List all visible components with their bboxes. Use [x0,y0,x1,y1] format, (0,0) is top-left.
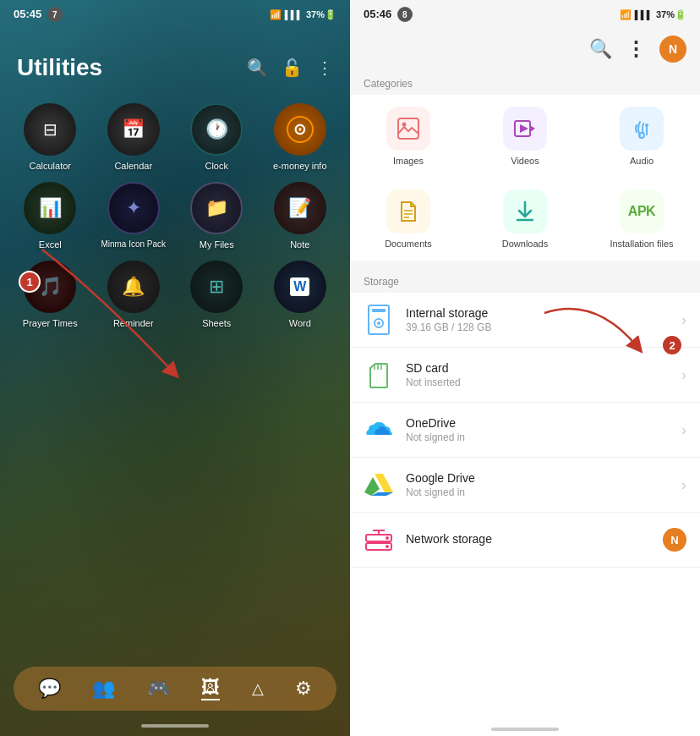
category-videos[interactable]: Videos [467,95,583,178]
categories-grid: Images Videos Aud [350,95,700,261]
status-time-left: 05:45 7 [14,7,63,22]
dock-games[interactable]: 🎮 [147,678,170,700]
app-calendar[interactable]: 📅 Calendar [97,103,171,172]
sdcard-icon [367,361,391,388]
app-clock[interactable]: 🕐 Clock [180,103,254,172]
more-button[interactable]: ⋮ [626,37,646,61]
dock-messages[interactable]: 💬 [38,678,61,700]
step2-badge: 2 [661,334,683,356]
network-storage-icon [364,528,393,552]
app-myfiles[interactable]: 📁 My Files [180,182,254,250]
status-bar-left: 05:45 7 📶 ▌▌▌ 37%🔋 [0,0,350,29]
wifi-icon-right: 📶 [620,9,632,20]
search-button[interactable]: 🔍 [589,38,612,60]
downloads-icon [513,200,537,223]
right-header: 🔍 ⋮ N [350,29,700,69]
googledrive-icon [364,472,393,497]
category-installation[interactable]: APK Installation files [583,178,700,261]
home-indicator-left [141,724,209,728]
utilities-action-icons: 🔍 🔓 ⋮ [247,58,333,78]
status-bar-right: 05:46 8 📶 ▌▌▌ 37%🔋 [350,0,700,29]
app-minma[interactable]: ✦ Minma Icon Pack [97,182,171,250]
storage-section: Internal storage 39.16 GB / 128 GB › SD … [350,293,700,722]
status-icons-left: 📶 ▌▌▌ 37%🔋 [270,9,336,20]
right-panel: 05:46 8 📶 ▌▌▌ 37%🔋 🔍 ⋮ N Categories Imag… [350,0,700,736]
chevron-right-sdcard: › [681,366,686,384]
chevron-right-googledrive: › [681,476,686,494]
notification-badge-left: 7 [47,7,63,22]
app-note[interactable]: 📝 Note [264,182,337,250]
svg-marker-5 [520,124,528,133]
app-grid: ⊟ Calculator 📅 Calendar 🕐 Clock ⊙ e-mone… [0,95,350,338]
notification-badge-right: 8 [397,7,413,22]
svg-point-8 [639,133,644,138]
search-icon[interactable]: 🔍 [247,58,268,78]
battery-left: 37%🔋 [306,9,336,20]
storage-sdcard[interactable]: SD card Not inserted › [350,348,700,403]
audio-icon [630,117,654,140]
svg-point-17 [377,321,380,325]
storage-internal[interactable]: Internal storage 39.16 GB / 128 GB › [350,293,700,348]
network-n-badge: N [663,528,686,552]
categories-label: Categories [350,69,700,95]
chevron-right-internal: › [681,311,686,329]
svg-rect-15 [372,309,386,312]
svg-rect-1 [398,118,418,139]
app-emoney[interactable]: ⊙ e-money info [264,103,337,172]
category-documents[interactable]: Documents [350,178,467,261]
storage-label: Storage [350,267,700,293]
storage-onedrive[interactable]: OneDrive Not signed in › [350,403,700,458]
storage-googledrive[interactable]: Google Drive Not signed in › [350,458,700,513]
status-time-right: 05:46 8 [364,7,413,22]
dock-apps[interactable]: △ [252,679,264,698]
app-sheets[interactable]: ⊞ Sheets [180,261,254,329]
lock-icon[interactable]: 🔓 [282,58,303,78]
status-icons-right: 📶 ▌▌▌ 37%🔋 [620,9,686,20]
documents-icon [396,200,420,223]
utilities-title: Utilities [17,54,247,81]
storage-network[interactable]: Network storage N [350,513,700,568]
category-downloads[interactable]: Downloads [467,178,583,261]
home-bar [491,728,559,731]
bottom-dock: 💬 👥 🎮 🖼 △ ⚙ [14,667,336,711]
dock-gallery[interactable]: 🖼 [201,677,220,700]
app-excel[interactable]: 📊 Excel [14,182,87,250]
signal-icon: ▌▌▌ [285,10,303,19]
internal-storage-icon [366,305,391,335]
images-icon [396,117,420,140]
dock-contacts[interactable]: 👥 [92,678,115,700]
dock-settings[interactable]: ⚙ [295,678,312,700]
app-calculator[interactable]: ⊟ Calculator [14,103,87,172]
wifi-icon: 📶 [270,9,282,20]
svg-marker-4 [530,125,535,132]
battery-right: 37%🔋 [656,9,686,20]
signal-icon-right: ▌▌▌ [635,10,653,19]
apk-icon: APK [628,204,655,219]
onedrive-icon [364,418,394,442]
home-indicator-right [350,722,700,736]
svg-point-26 [386,536,389,540]
utilities-header: Utilities 🔍 🔓 ⋮ [0,29,350,95]
category-images[interactable]: Images [350,95,467,178]
user-avatar: N [659,36,686,63]
more-icon[interactable]: ⋮ [316,58,333,78]
app-reminder[interactable]: 🔔 Reminder [97,261,171,329]
step1-badge: 1 [19,271,41,293]
left-panel: 05:45 7 📶 ▌▌▌ 37%🔋 Utilities 🔍 🔓 ⋮ 1 [0,0,350,736]
videos-icon [513,117,537,140]
category-audio[interactable]: Audio [583,95,700,178]
chevron-right-onedrive: › [681,421,686,439]
app-word[interactable]: W Word [264,261,337,329]
svg-point-27 [386,545,389,548]
